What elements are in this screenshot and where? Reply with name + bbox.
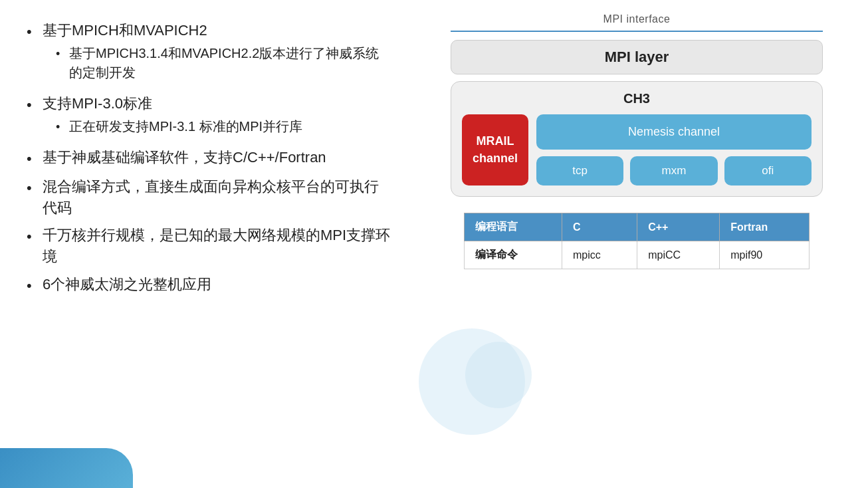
bullet-text-2: 支持MPI-3.0标准 • 正在研发支持MPI-3.1 标准的MPI并行库 [43,93,302,140]
bullet-dot-5: • [27,226,43,247]
ch3-outer: CH3 MRAIL channel Nemesis channel tcp mx… [451,81,823,197]
table-cell-mpif90: mpif90 [720,241,810,269]
bullet-dot-6: • [27,275,43,297]
main-bullet-list: • 基于MPICH和MVAPICH2 • 基于MPICH3.1.4和MVAPIC… [27,20,392,303]
mpi-interface-label: MPI interface [451,13,823,25]
nemesis-column: Nemesis channel tcp mxm ofi [536,114,812,185]
left-panel: • 基于MPICH和MVAPICH2 • 基于MPICH3.1.4和MVAPIC… [0,0,412,488]
sub-list-1: • 基于MPICH3.1.4和MVAPICH2.2版本进行了神威系统的定制开发 [56,44,392,82]
mpi-diagram: MPI interface MPI layer CH3 MRAIL channe… [451,13,823,197]
table-row: 编译命令 mpicc mpiCC mpif90 [465,241,810,269]
bullet-item-1: • 基于MPICH和MVAPICH2 • 基于MPICH3.1.4和MVAPIC… [27,20,392,86]
table-header-c: C [562,213,637,241]
table-cell-mpiCC: mpiCC [637,241,720,269]
bullet-item-5: • 千万核并行规模，是已知的最大网络规模的MPI支撑环境 [27,225,392,267]
divider-line [451,31,823,32]
ch3-content: MRAIL channel Nemesis channel tcp mxm of… [462,114,812,185]
ch3-label: CH3 [462,91,812,106]
ofi-channel-box: ofi [724,156,812,185]
mrail-channel-box: MRAIL channel [462,114,528,185]
language-table: 编程语言 C C++ Fortran 编译命令 mpicc mpiCC mpif… [464,213,810,269]
table-cell-cmd-label: 编译命令 [465,241,562,269]
table-header-fortran: Fortran [720,213,810,241]
mpi-layer-box: MPI layer [451,40,823,74]
left-decoration [0,448,133,488]
bullet-dot-4: • [27,178,43,199]
sub-item-1-1: • 基于MPICH3.1.4和MVAPICH2.2版本进行了神威系统的定制开发 [56,44,392,82]
table-header-row: 编程语言 C C++ Fortran [465,213,810,241]
bullet-text-1: 基于MPICH和MVAPICH2 • 基于MPICH3.1.4和MVAPICH2… [43,20,392,86]
bullet-item-6: • 6个神威太湖之光整机应用 [27,274,392,297]
bullet-item-2: • 支持MPI-3.0标准 • 正在研发支持MPI-3.1 标准的MPI并行库 [27,93,392,140]
mxm-channel-box: mxm [630,156,717,185]
bullet-dot-1: • [27,21,43,43]
sub-dot-1-1: • [56,45,69,62]
sub-item-2-1: • 正在研发支持MPI-3.1 标准的MPI并行库 [56,117,302,136]
bullet-item-3: • 基于神威基础编译软件，支持C/C++/Fortran [27,147,392,170]
bullet-dot-2: • [27,94,43,116]
table-cell-mpicc: mpicc [562,241,637,269]
nemesis-channel-box: Nemesis channel [536,114,812,150]
sub-dot-2-1: • [56,118,69,136]
bullet-dot-3: • [27,148,43,170]
sub-list-2: • 正在研发支持MPI-3.1 标准的MPI并行库 [56,117,302,136]
bullet-item-4: • 混合编译方式，直接生成面向异构众核平台的可执行代码 [27,176,392,219]
right-panel: MPI interface MPI layer CH3 MRAIL channe… [412,0,868,488]
tcp-channel-box: tcp [536,156,623,185]
sub-channels: tcp mxm ofi [536,156,812,185]
table-header-cpp: C++ [637,213,720,241]
table-header-lang: 编程语言 [465,213,562,241]
